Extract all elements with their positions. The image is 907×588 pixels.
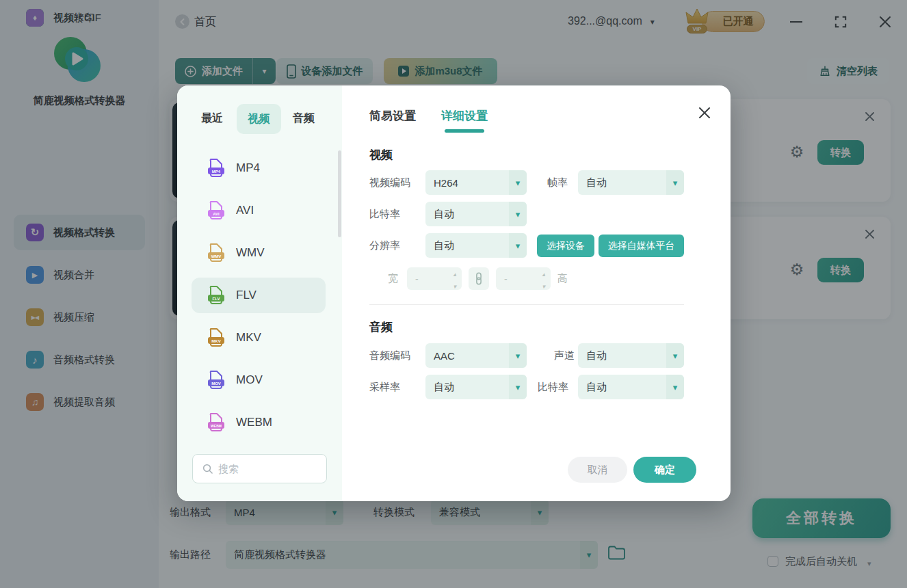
audio-encoder-select[interactable]: AAC xyxy=(425,343,527,368)
chevron-down-icon xyxy=(509,170,527,195)
svg-text:MKV: MKV xyxy=(211,339,220,343)
chevron-down-icon xyxy=(666,343,684,368)
height-label: 高 xyxy=(557,272,568,285)
resolution-select[interactable]: 自动 xyxy=(425,233,527,258)
format-item-mov[interactable]: MOV MOV xyxy=(192,362,326,398)
select-platform-button[interactable]: 选择自媒体平台 xyxy=(599,235,684,257)
svg-text:AVI: AVI xyxy=(213,212,220,216)
video-bitrate-label: 比特率 xyxy=(369,208,400,221)
channel-label: 声道 xyxy=(554,349,575,362)
video-bitrate-select[interactable]: 自动 xyxy=(425,202,527,226)
format-item-mp4[interactable]: MP4 MP4 xyxy=(192,150,326,186)
step-down-icon[interactable] xyxy=(542,279,545,291)
stepper-arrows[interactable] xyxy=(453,267,462,291)
channel-select[interactable]: 自动 xyxy=(578,343,684,368)
audio-encoder-label: 音频编码 xyxy=(369,349,410,362)
tab-recent[interactable]: 最近 xyxy=(201,111,223,126)
close-dialog-button[interactable] xyxy=(698,106,711,120)
lock-aspect-ratio-button[interactable] xyxy=(469,267,489,290)
svg-text:FLV: FLV xyxy=(213,297,220,301)
cancel-button[interactable]: 取消 xyxy=(568,457,627,483)
app-window: 简鹿视频格式转换器 视频格式转换 视频合并 视频压缩 音频格式转换 视频提取音频… xyxy=(0,0,907,588)
audio-bitrate-select[interactable]: 自动 xyxy=(578,375,684,399)
height-input[interactable]: - xyxy=(496,267,551,290)
width-label: 宽 xyxy=(388,272,398,285)
step-down-icon[interactable] xyxy=(453,279,456,291)
svg-text:WMV: WMV xyxy=(211,254,222,258)
search-icon xyxy=(202,464,213,474)
chevron-down-icon xyxy=(666,170,684,195)
format-item-webm[interactable]: WEBM WEBM xyxy=(192,405,326,440)
file-format-icon: MOV xyxy=(207,371,225,390)
format-list-scrollbar[interactable] xyxy=(338,150,341,237)
file-format-icon: AVI xyxy=(207,201,225,220)
format-search xyxy=(192,454,327,483)
video-encoder-select[interactable]: H264 xyxy=(425,170,527,195)
samplerate-label: 采样率 xyxy=(369,381,400,394)
format-item-mkv[interactable]: MKV MKV xyxy=(192,320,326,356)
tab-audio[interactable]: 音频 xyxy=(293,111,315,126)
format-picker-panel: 最近 视频 音频 MP4 MP4 AVI AVI xyxy=(177,85,342,501)
file-format-icon: MKV xyxy=(207,328,225,347)
step-up-icon[interactable] xyxy=(453,267,456,279)
format-item-wmv[interactable]: WMV WMV xyxy=(192,235,326,271)
search-input[interactable] xyxy=(218,463,307,475)
format-item-avi[interactable]: AVI AVI xyxy=(192,193,326,228)
svg-text:WEBM: WEBM xyxy=(211,424,222,428)
file-format-icon: MP4 xyxy=(207,159,225,178)
resolution-label: 分辨率 xyxy=(369,239,400,252)
format-item-flv[interactable]: FLV FLV xyxy=(192,278,326,313)
active-tab-underline xyxy=(445,129,484,133)
tab-detailed-settings[interactable]: 详细设置 xyxy=(441,108,488,124)
audio-bitrate-label: 比特率 xyxy=(538,381,568,394)
file-format-icon: FLV xyxy=(207,286,225,305)
chevron-down-icon xyxy=(509,343,527,368)
tab-video[interactable]: 视频 xyxy=(237,104,281,134)
framerate-label: 帧率 xyxy=(547,176,568,189)
chevron-down-icon xyxy=(666,375,684,399)
section-divider xyxy=(369,304,684,305)
link-chain-icon xyxy=(474,272,484,285)
video-section-title: 视频 xyxy=(369,147,393,163)
close-icon xyxy=(698,106,711,120)
video-encoder-label: 视频编码 xyxy=(369,176,410,189)
chevron-down-icon xyxy=(509,202,527,226)
confirm-button[interactable]: 确定 xyxy=(633,457,696,483)
audio-section-title: 音频 xyxy=(369,319,393,335)
chevron-down-icon xyxy=(509,233,527,258)
select-device-button[interactable]: 选择设备 xyxy=(537,235,594,257)
file-format-icon: WEBM xyxy=(207,413,225,432)
step-up-icon[interactable] xyxy=(542,267,545,279)
chevron-down-icon xyxy=(509,375,527,399)
svg-text:MOV: MOV xyxy=(211,382,221,386)
samplerate-select[interactable]: 自动 xyxy=(425,375,527,399)
tab-simple-settings[interactable]: 简易设置 xyxy=(369,108,416,124)
output-settings-dialog: 最近 视频 音频 MP4 MP4 AVI AVI xyxy=(177,85,731,501)
framerate-select[interactable]: 自动 xyxy=(578,170,684,195)
svg-text:MP4: MP4 xyxy=(212,170,221,174)
width-input[interactable]: - xyxy=(407,267,462,290)
file-format-icon: WMV xyxy=(207,243,225,263)
stepper-arrows[interactable] xyxy=(542,267,551,291)
